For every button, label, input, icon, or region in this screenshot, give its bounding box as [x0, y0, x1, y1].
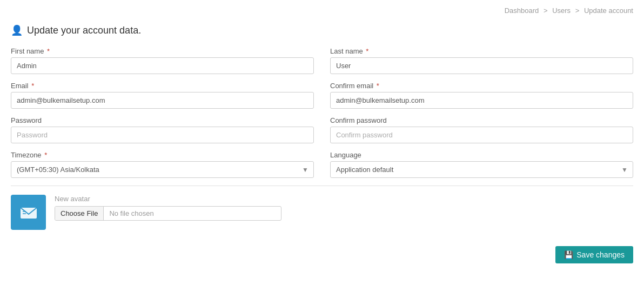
password-label: Password	[11, 116, 314, 124]
last-name-required: *	[364, 47, 369, 55]
language-group: Language Application default ▼	[330, 151, 633, 178]
save-changes-button[interactable]: 💾 Save changes	[555, 246, 633, 263]
form-grid: First name * Last name * Email * Confirm…	[11, 47, 633, 178]
avatar-svg-icon	[18, 202, 39, 223]
avatar-section: New avatar Choose File No file chosen	[11, 195, 633, 230]
divider	[11, 186, 633, 186]
last-name-group: Last name *	[330, 47, 633, 74]
page-title: 👤 Update your account data.	[11, 24, 633, 36]
first-name-label: First name *	[11, 47, 314, 55]
timezone-required: *	[43, 151, 48, 159]
language-label: Language	[330, 151, 633, 159]
email-required: *	[30, 82, 35, 90]
breadcrumb-sep-1: >	[544, 6, 548, 15]
confirm-email-group: Confirm email *	[330, 82, 633, 109]
first-name-required: *	[45, 47, 50, 55]
breadcrumb: Dashboard > Users > Update account	[0, 0, 644, 19]
breadcrumb-sep-2: >	[575, 6, 580, 15]
choose-file-button[interactable]: Choose File	[55, 207, 104, 220]
timezone-select-wrapper: (GMT+05:30) Asia/Kolkata ▼	[11, 161, 314, 178]
language-select[interactable]: Application default	[330, 161, 633, 178]
confirm-password-group: Confirm password	[330, 116, 633, 143]
page-content: 👤 Update your account data. First name *…	[0, 19, 644, 280]
timezone-group: Timezone * (GMT+05:30) Asia/Kolkata ▼	[11, 151, 314, 178]
last-name-label: Last name *	[330, 47, 633, 55]
first-name-group: First name *	[11, 47, 314, 74]
no-file-text: No file chosen	[104, 207, 159, 220]
save-button-label: Save changes	[576, 250, 625, 259]
file-input-wrapper: Choose File No file chosen	[55, 206, 281, 221]
last-name-input[interactable]	[330, 57, 633, 74]
confirm-email-label: Confirm email *	[330, 82, 633, 90]
timezone-select[interactable]: (GMT+05:30) Asia/Kolkata	[11, 161, 314, 178]
avatar-image	[11, 195, 46, 230]
floppy-icon: 💾	[564, 250, 573, 259]
password-group: Password	[11, 116, 314, 143]
email-label: Email *	[11, 82, 314, 90]
language-select-wrapper: Application default ▼	[330, 161, 633, 178]
confirm-email-input[interactable]	[330, 92, 633, 109]
first-name-input[interactable]	[11, 57, 314, 74]
password-input[interactable]	[11, 127, 314, 143]
page-title-text: Update your account data.	[27, 25, 141, 36]
breadcrumb-users[interactable]: Users	[552, 6, 571, 15]
avatar-label: New avatar	[55, 195, 281, 203]
footer-actions: 💾 Save changes	[11, 241, 633, 269]
breadcrumb-dashboard[interactable]: Dashboard	[505, 6, 539, 15]
user-icon: 👤	[11, 24, 23, 36]
avatar-upload-area: New avatar Choose File No file chosen	[55, 195, 281, 221]
confirm-password-label: Confirm password	[330, 116, 633, 124]
confirm-password-input[interactable]	[330, 127, 633, 143]
breadcrumb-current: Update account	[584, 6, 633, 15]
confirm-email-required: *	[374, 82, 379, 90]
email-input[interactable]	[11, 92, 314, 109]
timezone-label: Timezone *	[11, 151, 314, 159]
email-group: Email *	[11, 82, 314, 109]
